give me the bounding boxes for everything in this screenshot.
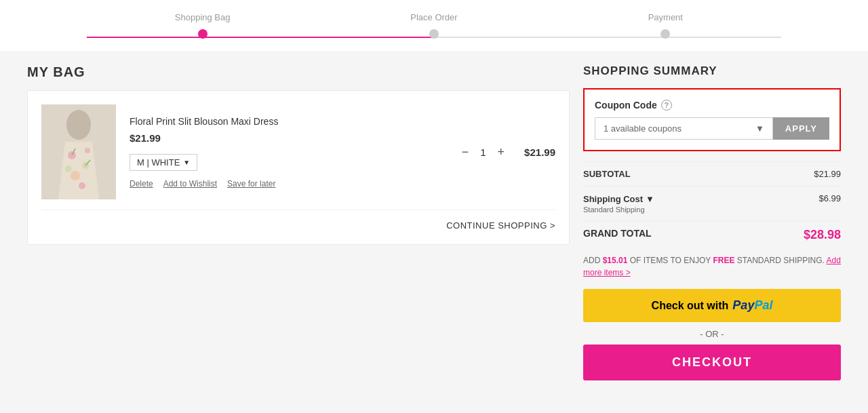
save-link[interactable]: Save for later [227, 179, 275, 189]
coupon-label: Coupon Code ? [595, 100, 829, 111]
paypal-logo: PayPal [732, 298, 772, 313]
or-divider: - OR - [583, 329, 841, 339]
item-actions: Delete Add to Wishlist Save for later [130, 179, 445, 189]
shipping-label-group: Shipping Cost ▼ Standard Shipping [583, 193, 654, 214]
progress-container: Shopping Bag Place Order Payment [87, 12, 781, 51]
quantity-value: 1 [480, 146, 486, 158]
paypal-checkout-button[interactable]: Check out with PayPal [583, 289, 841, 322]
delete-link[interactable]: Delete [130, 179, 153, 189]
free-shipping-post: STANDARD SHIPPING. [734, 256, 824, 265]
subtotal-label: SUBTOTAL [583, 169, 631, 179]
item-name: Floral Print Slit Blouson Maxi Dress [130, 116, 445, 127]
coupon-help-icon[interactable]: ? [661, 100, 672, 111]
shipping-sublabel: Standard Shipping [583, 205, 654, 214]
quantity-control: − 1 + [458, 145, 508, 159]
item-variant[interactable]: M | WHITE ▼ [130, 154, 197, 171]
quantity-price-row: − 1 + $21.99 [458, 145, 555, 159]
quantity-decrease-button[interactable]: − [458, 145, 473, 159]
coupon-label-text: Coupon Code [595, 100, 657, 111]
svg-point-8 [79, 182, 85, 189]
shipping-label[interactable]: Shipping Cost ▼ [583, 194, 654, 204]
right-section: SHOPPING SUMMARY Coupon Code ? 1 availab… [583, 64, 841, 380]
subtotal-value: $21.99 [814, 169, 841, 179]
free-shipping-pre: ADD [583, 256, 603, 265]
line-total: $21.99 [515, 146, 555, 158]
grand-total-label: GRAND TOTAL [583, 228, 652, 239]
variant-chevron-icon: ▼ [183, 159, 190, 166]
shipping-value: $6.99 [818, 193, 841, 203]
left-section: MY BAG [27, 64, 570, 380]
free-shipping-mid: OF ITEMS TO ENJOY [627, 256, 713, 265]
free-shipping-amount: $15.01 [603, 256, 628, 265]
main-content: MY BAG [0, 51, 868, 394]
svg-point-1 [66, 110, 91, 140]
svg-point-5 [71, 171, 80, 180]
step-place-order: Place Order [318, 12, 549, 39]
shipping-dropdown-icon: ▼ [646, 194, 654, 204]
step-dot-payment [660, 29, 670, 39]
my-bag-title: MY BAG [27, 64, 570, 80]
grand-total-value: $28.98 [804, 228, 841, 242]
step-label-place-order: Place Order [410, 12, 457, 22]
summary-title: SHOPPING SUMMARY [583, 64, 841, 78]
item-price: $21.99 [130, 132, 445, 144]
shipping-row: Shipping Cost ▼ Standard Shipping $6.99 [583, 186, 841, 220]
wishlist-link[interactable]: Add to Wishlist [163, 179, 217, 189]
item-details: Floral Print Slit Blouson Maxi Dress $21… [130, 116, 445, 189]
variant-text: M | WHITE [137, 157, 180, 168]
continue-shopping-link[interactable]: CONTINUE SHOPPING > [41, 210, 555, 231]
item-row: Floral Print Slit Blouson Maxi Dress $21… [41, 104, 555, 210]
coupon-input-row: 1 available coupons ▼ APPLY [595, 117, 829, 140]
free-shipping-free: FREE [713, 256, 734, 265]
step-label-shopping-bag: Shopping Bag [175, 12, 231, 22]
step-dot-place-order [429, 29, 439, 39]
quantity-increase-button[interactable]: + [494, 145, 508, 159]
checkout-button[interactable]: CHECKOUT [583, 345, 841, 380]
apply-coupon-button[interactable]: APPLY [773, 117, 829, 140]
bag-card: Floral Print Slit Blouson Maxi Dress $21… [27, 90, 570, 245]
progress-bar-section: Shopping Bag Place Order Payment [0, 0, 868, 51]
coupon-select-wrapper[interactable]: 1 available coupons ▼ [595, 117, 773, 140]
step-dot-shopping-bag [198, 29, 208, 39]
coupon-dropdown-icon: ▼ [755, 123, 764, 134]
paypal-pre-text: Check out with [652, 300, 729, 312]
svg-point-6 [85, 148, 90, 153]
coupon-placeholder: 1 available coupons [604, 123, 682, 134]
free-shipping-notice: ADD $15.01 OF ITEMS TO ENJOY FREE STANDA… [583, 249, 841, 289]
step-shopping-bag: Shopping Bag [87, 12, 318, 39]
step-label-payment: Payment [648, 12, 683, 22]
step-payment: Payment [550, 12, 781, 39]
svg-point-7 [65, 165, 72, 172]
svg-marker-2 [58, 142, 99, 199]
coupon-box: Coupon Code ? 1 available coupons ▼ APPL… [583, 88, 841, 151]
subtotal-row: SUBTOTAL $21.99 [583, 161, 841, 186]
grand-total-row: GRAND TOTAL $28.98 [583, 220, 841, 249]
item-image [41, 104, 116, 199]
